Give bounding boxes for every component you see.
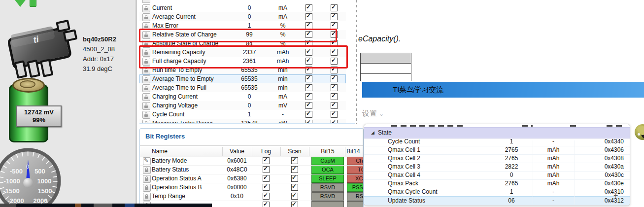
annotation-red-box-rsoc (139, 29, 337, 42)
scan-checkbox[interactable] (291, 175, 298, 182)
memory-value: 2765 (505, 179, 518, 187)
memory-unit: mAh (547, 163, 560, 171)
smb-label: SMB (66, 0, 79, 1)
memory-row[interactable]: Qmax Cell 32822mAh0x430a (364, 163, 630, 172)
bit-register-row[interactable]: Operation Status B0x0000RSVDPSSHUT (140, 183, 363, 192)
register-name: Average Time to Empty (152, 75, 214, 82)
scan-checkbox[interactable] (291, 157, 298, 164)
bit-registers-panel: Bit Registers Name Value Log Scan Bit15 … (139, 128, 364, 207)
register-row[interactable]: Charging Voltage0mV (139, 101, 346, 110)
scan-checkbox[interactable] (291, 202, 298, 207)
memory-value: 1 (510, 188, 513, 196)
lock-icon[interactable] (143, 184, 151, 192)
scan-checkbox[interactable] (331, 120, 338, 124)
scan-checkbox[interactable] (331, 13, 338, 20)
bit-flag-cell[interactable]: PSSHUT (347, 183, 364, 192)
memory-value: 2765 (505, 146, 518, 154)
log-checkbox[interactable] (263, 166, 270, 173)
scan-checkbox[interactable] (331, 84, 338, 91)
register-unit: % (280, 22, 286, 29)
log-checkbox[interactable] (263, 184, 270, 191)
register-value: 65535 (241, 84, 257, 91)
bit-flag-cell (311, 201, 344, 207)
memory-row[interactable]: Qmax Cell 22765mAh0x4308 (364, 154, 630, 163)
bit-flag-cell[interactable]: RSVD (347, 192, 364, 201)
memory-address: 0x430e (605, 179, 624, 187)
log-checkbox[interactable] (305, 120, 312, 124)
lock-icon[interactable] (142, 4, 150, 12)
bit-flag-cell[interactable]: RSVD (311, 183, 344, 192)
bit-flag-cell[interactable]: SLEEP (311, 174, 344, 183)
memory-row[interactable]: Update Status06-0x4312 (364, 196, 630, 206)
column-header-name: Name (152, 148, 168, 155)
document-table (360, 53, 411, 81)
sidebar-divider (135, 0, 136, 204)
register-row[interactable]: Average Time to Full65535min (139, 83, 346, 93)
memory-address: 0x430c (605, 171, 624, 179)
bit-flag-cell[interactable]: CapM (311, 157, 344, 165)
register-row[interactable]: Charging Current0mA (139, 92, 346, 102)
bit-flag-cell[interactable]: TCA (347, 166, 364, 174)
log-checkbox[interactable] (305, 93, 312, 100)
scan-checkbox[interactable] (291, 193, 298, 200)
log-checkbox[interactable] (263, 157, 270, 164)
log-checkbox[interactable] (305, 75, 312, 82)
lock-icon[interactable] (142, 120, 150, 124)
log-checkbox[interactable] (263, 202, 270, 207)
bit-register-row[interactable]: Battery Status0x48C0OCATCA (140, 165, 363, 174)
scan-checkbox[interactable] (331, 4, 338, 11)
log-checkbox[interactable] (305, 4, 312, 11)
register-row[interactable]: Average Time to Empty65535min (139, 74, 346, 84)
scan-checkbox[interactable] (291, 166, 298, 173)
memory-row[interactable]: Qmax Cell 12765mAh0x4306 (364, 146, 630, 155)
lock-icon[interactable] (142, 93, 150, 101)
bit-register-row[interactable]: Operation Status A0x6380SLEEPXCHG (140, 174, 363, 183)
log-checkbox[interactable] (305, 22, 312, 29)
lock-icon[interactable] (142, 13, 150, 21)
log-checkbox[interactable] (305, 102, 312, 109)
scan-checkbox[interactable] (331, 102, 338, 109)
group-expander-icon[interactable]: ◢ (371, 128, 374, 138)
bit-flag-cell[interactable]: OCA (311, 166, 344, 174)
scan-checkbox[interactable] (331, 22, 338, 29)
memory-row[interactable]: Qmax Cycle Count1-0x4310 (364, 188, 630, 197)
log-checkbox[interactable] (305, 84, 312, 91)
memory-name: Qmax Cell 2 (388, 154, 420, 162)
scan-checkbox[interactable] (331, 75, 338, 82)
register-row[interactable]: Maximum Turbo Power13578cW (139, 119, 346, 124)
scan-checkbox[interactable] (331, 111, 338, 118)
register-unit: - (282, 111, 284, 118)
register-value: 0 (248, 13, 251, 20)
scan-checkbox[interactable] (331, 93, 338, 100)
scan-checkbox[interactable] (291, 184, 298, 191)
register-row[interactable]: Cycle Count1- (139, 110, 346, 119)
lock-icon[interactable] (143, 166, 151, 174)
bit-register-row[interactable]: Temp Range0x10RSVDRSVD (140, 192, 363, 201)
register-row[interactable]: Current0mA (139, 3, 346, 13)
log-checkbox[interactable] (263, 175, 270, 182)
lock-icon[interactable] (142, 75, 150, 83)
lock-icon[interactable] (143, 175, 151, 183)
bit-register-row[interactable]: Battery Mode0x6001CapMChgM (140, 156, 363, 166)
memory-group-state[interactable]: ◢ State (364, 127, 630, 138)
lock-icon[interactable] (142, 102, 150, 110)
log-checkbox[interactable] (305, 13, 312, 20)
log-checkbox[interactable] (305, 111, 312, 118)
memory-name: Qmax Cell 3 (388, 163, 420, 171)
register-row[interactable]: Average Current0mA (139, 12, 346, 22)
edit-icon[interactable] (143, 157, 151, 165)
bit-flag-cell[interactable]: RSVD (311, 192, 344, 201)
bit-flag-cell[interactable]: ChgM (347, 157, 364, 165)
memory-row[interactable]: Qmax Pack2765mAh0x430e (364, 179, 630, 188)
lock-icon[interactable] (143, 193, 151, 201)
bit-flag-cell[interactable]: XCHG (347, 174, 364, 183)
log-checkbox[interactable] (263, 193, 270, 200)
memory-row[interactable]: Qmax Cell 40mAh0x430c (364, 171, 630, 180)
memory-row[interactable]: Cycle Count1-0x4340 (364, 138, 630, 146)
lock-icon[interactable] (142, 111, 150, 119)
chat-avatar[interactable] (635, 124, 644, 140)
lock-icon[interactable] (142, 84, 150, 92)
chat-window-titlebar: TI菜鸟学习交流 (362, 82, 644, 98)
memory-group-label: State (378, 128, 392, 138)
settings-menu[interactable]: 设置⌄ (362, 109, 384, 118)
